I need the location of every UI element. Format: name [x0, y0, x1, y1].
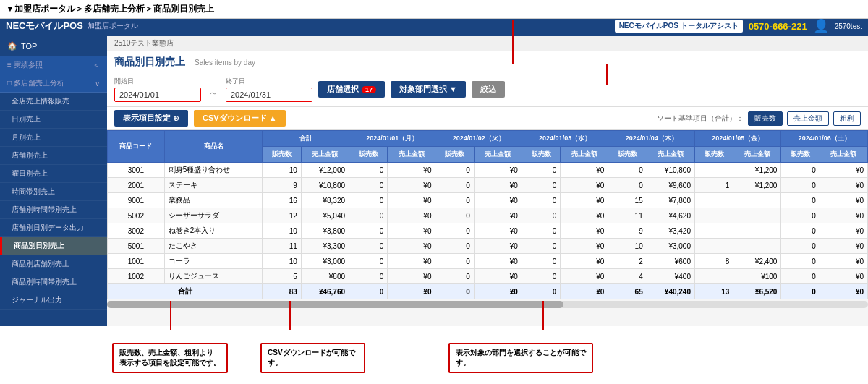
callout-display: 販売数、売上金額、粗利より表示する項目を設定可能です。 — [112, 343, 228, 373]
col-d2: 2024/01/02（火） — [435, 131, 522, 147]
support-label: NECモバイルPOS トータルアシスト — [615, 20, 743, 33]
col-d3: 2024/01/03（水） — [522, 131, 608, 147]
page-subtitle: Sales items by day — [187, 59, 255, 67]
sidebar-sub-all-store-sales[interactable]: 全店売上情報販売 — [0, 93, 107, 111]
filter-area: 開始日 ～ 終了日 店舗選択 17 対象部門選択 — [107, 72, 868, 107]
app-frame: NECモバイルPOS 加盟店ポータル NECモバイルPOS トータルアシスト 0… — [0, 16, 868, 326]
table-row: 5001たこやき 11¥3,300 0¥0 0¥0 0¥0 10¥3,000 0… — [108, 239, 868, 254]
sort-profit-button[interactable]: 粗利 — [833, 111, 861, 126]
end-date-group: 終了日 — [226, 77, 312, 102]
horizontal-scrollbar[interactable] — [107, 301, 868, 308]
user-label: 2570test — [835, 22, 862, 30]
col-d5: 2024/01/05（金） — [695, 131, 781, 147]
store-label: 2510テスト業態店 — [107, 36, 868, 51]
main-content: 2510テスト業態店 商品別日別売上 Sales items by day 開始… — [107, 36, 868, 326]
callout-dept: 表示対象の部門を選択することが可能です。 — [448, 343, 593, 373]
col-name: 商品名 — [164, 131, 263, 163]
start-date-group: 開始日 — [114, 77, 201, 102]
start-date-label: 開始日 — [114, 77, 201, 86]
sidebar-sub-product-hourly[interactable]: 商品別時間帯別売上 — [0, 273, 107, 291]
sidebar-section-multi[interactable]: □ 多店舗売上分析 ∨ — [0, 74, 107, 93]
page-title: 商品別日別売上 — [114, 56, 185, 67]
table-row: 1001コーラ 10¥3,000 0¥0 0¥0 0¥0 2¥600 8¥2,4… — [108, 254, 868, 269]
sidebar-sub-store-daily-export[interactable]: 店舗別日別データ出力 — [0, 219, 107, 237]
sidebar-sub-product-daily[interactable]: 商品別日別売上 — [0, 237, 107, 255]
col-total: 合計 — [263, 131, 349, 147]
date-separator: ～ — [208, 87, 218, 100]
sidebar-sub-store[interactable]: 店舗別売上 — [0, 147, 107, 165]
sidebar-sub-hourly[interactable]: 時間帯別売上 — [0, 183, 107, 201]
sort-sales-qty-button[interactable]: 販売数 — [748, 111, 783, 126]
execute-button[interactable]: 絞込 — [472, 81, 505, 98]
sidebar-item-top[interactable]: 🏠 TOP — [0, 36, 107, 56]
phone-number: 0570-666-221 — [749, 21, 807, 32]
data-table-wrapper[interactable]: 商品コード 商品名 合計 2024/01/01（月） 2024/01/02（火）… — [107, 130, 868, 326]
sub-total-qty: 販売数 — [263, 147, 301, 163]
table-row: 5002シーザーサラダ 12¥5,040 0¥0 0¥0 0¥0 11¥4,62… — [108, 208, 868, 223]
app-header: NECモバイルPOS 加盟店ポータル NECモバイルPOS トータルアシスト 0… — [0, 16, 868, 36]
end-date-label: 終了日 — [226, 77, 312, 86]
start-date-input[interactable] — [114, 88, 201, 102]
table-row: 3002ね巻き2本入り 10¥3,800 0¥0 0¥0 0¥0 9¥3,420… — [108, 223, 868, 239]
sidebar-section-records[interactable]: ≡ 実績参照 ＜ — [0, 56, 107, 74]
sidebar-sub-monthly[interactable]: 月別売上 — [0, 129, 107, 147]
callout-csv: CSVダウンロードが可能です。 — [260, 343, 365, 373]
display-settings-button[interactable]: 表示項目設定 ⊕ — [114, 110, 188, 127]
app-container: ▼加盟店ポータル＞多店舗売上分析＞商品別日別売上 最大31日間での集計が可能です… — [0, 0, 868, 384]
sidebar: 🏠 TOP ≡ 実績参照 ＜ □ 多店舗売上分析 ∨ 全店売上情報販売 日別売上… — [0, 36, 107, 326]
sub-total-amt: 売上金額 — [301, 147, 349, 163]
table-row: 2001ステーキ 9¥10,800 0¥0 0¥0 0¥0 0¥9,600 1¥… — [108, 178, 868, 193]
breadcrumb: ▼加盟店ポータル＞多店舗売上分析＞商品別日別売上 — [6, 4, 214, 14]
toolbar-left: 表示項目設定 ⊕ CSVダウンロード ▲ — [114, 110, 286, 127]
sidebar-sub-store-hourly[interactable]: 店舗別時間帯別売上 — [0, 201, 107, 219]
end-date-input[interactable] — [226, 88, 312, 102]
col-d1: 2024/01/01（月） — [349, 131, 435, 147]
csv-download-button[interactable]: CSVダウンロード ▲ — [194, 110, 286, 127]
store-count-badge: 17 — [362, 86, 376, 93]
sidebar-sub-product-store[interactable]: 商品別店舗別売上 — [0, 255, 107, 273]
data-table: 商品コード 商品名 合計 2024/01/01（月） 2024/01/02（火）… — [107, 130, 868, 299]
table-row: 3001刺身5種盛り合わせ 10¥12,000 0¥0 0¥0 0¥0 0¥10… — [108, 163, 868, 178]
dept-select-button[interactable]: 対象部門選択 ▼ — [391, 81, 466, 98]
total-row: 合計 83¥46,760 0¥0 0¥0 0¥0 65¥40,240 13¥6,… — [108, 284, 868, 299]
sort-label: ソート基準項目（合計）： — [657, 114, 744, 124]
store-select-button[interactable]: 店舗選択 17 — [318, 81, 385, 98]
sidebar-sub-daily[interactable]: 日別売上 — [0, 111, 107, 129]
sidebar-sub-dow[interactable]: 曜日別売上 — [0, 165, 107, 183]
col-code: 商品コード — [108, 131, 165, 163]
table-row: 1002りんごジュース 5¥800 0¥0 0¥0 0¥0 4¥400 ¥100… — [108, 269, 868, 284]
sort-sales-amt-button[interactable]: 売上金額 — [787, 111, 829, 126]
portal-label: 加盟店ポータル — [88, 21, 138, 31]
col-d6: 2024/01/06（土） — [781, 131, 868, 147]
home-icon: 🏠 — [7, 41, 17, 51]
table-row: 9001業務品 16¥8,320 0¥0 0¥0 0¥0 15¥7,800 0¥… — [108, 193, 868, 208]
sidebar-sub-journal[interactable]: ジャーナル出力 — [0, 291, 107, 310]
logo: NECモバイルPOS — [6, 20, 83, 33]
sort-controls: ソート基準項目（合計）： 販売数 売上金額 粗利 — [657, 111, 861, 126]
col-d4: 2024/01/04（木） — [608, 131, 695, 147]
page-header: 商品別日別売上 Sales items by day — [107, 51, 868, 72]
toolbar-row: 表示項目設定 ⊕ CSVダウンロード ▲ ソート基準項目（合計）： 販売数 売上… — [107, 107, 868, 130]
